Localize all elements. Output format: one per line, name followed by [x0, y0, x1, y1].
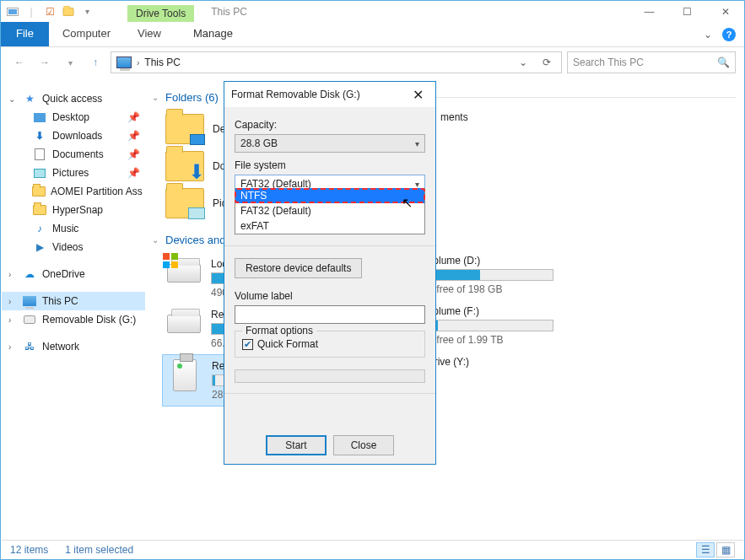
address-path[interactable]: This PC: [144, 57, 509, 68]
nav-recent-dropdown[interactable]: ▾: [60, 52, 80, 73]
qat-separator: |: [24, 5, 38, 19]
chevron-right-icon[interactable]: ›: [8, 342, 17, 352]
capacity-value: 28.8 GB: [240, 137, 278, 149]
search-placeholder: Search This PC: [573, 57, 644, 68]
address-bar[interactable]: › This PC ⌄ ⟳: [111, 51, 562, 73]
nav-downloads[interactable]: ⬇Downloads📌: [2, 127, 145, 145]
search-input[interactable]: Search This PC 🔍: [567, 51, 736, 73]
format-dialog: Format Removable Disk (G:) ✕ Capacity: 2…: [224, 81, 436, 465]
nav-this-pc[interactable]: ›This PC: [2, 292, 145, 310]
start-button[interactable]: Start: [266, 435, 327, 455]
nav-back-button[interactable]: ←: [9, 52, 30, 73]
chevron-down-icon[interactable]: ⌄: [152, 235, 160, 245]
drive-y[interactable]: Drive (Y:): [424, 351, 592, 373]
chevron-down-icon[interactable]: ⌄: [8, 94, 17, 104]
restore-defaults-button[interactable]: Restore device defaults: [235, 258, 362, 278]
status-bar: 12 items 1 item selected ☰ ▦: [2, 540, 743, 559]
tab-manage[interactable]: Manage: [180, 22, 246, 46]
nav-label: Pictures: [52, 167, 89, 179]
window-title: This PC: [211, 6, 247, 18]
fs-option-fat32[interactable]: FAT32 (Default): [235, 203, 424, 218]
nav-label: AOMEI Partition Ass: [51, 186, 143, 197]
music-icon: ♪: [32, 222, 47, 235]
format-options-group: Format options ✔ Quick Format: [235, 331, 425, 358]
os-drive-icon: [167, 264, 201, 283]
help-icon[interactable]: ?: [722, 28, 736, 41]
videos-icon: ▶: [32, 240, 47, 254]
quick-format-checkbox[interactable]: ✔ Quick Format: [242, 338, 418, 350]
ribbon-expand-icon[interactable]: ⌄: [704, 29, 712, 40]
drive-name: Volume (F:): [427, 305, 589, 317]
nav-documents[interactable]: Documents📌: [2, 145, 145, 164]
section-title: Folders (6): [165, 91, 219, 104]
chevron-right-icon[interactable]: ›: [137, 58, 139, 67]
status-item-count: 12 items: [10, 544, 48, 556]
nav-label: Quick access: [42, 93, 102, 105]
nav-removable[interactable]: ›Removable Disk (G:): [2, 310, 145, 329]
nav-up-button[interactable]: ↑: [85, 52, 105, 73]
view-large-button[interactable]: ▦: [716, 542, 735, 557]
drive-volume-d[interactable]: Volume (D:)B free of 198 GB: [424, 250, 592, 300]
filesystem-dropdown: NTFS FAT32 (Default) exFAT: [235, 188, 425, 234]
fs-option-ntfs[interactable]: NTFS: [235, 188, 424, 203]
chevron-right-icon[interactable]: ›: [8, 297, 17, 306]
format-progress: [235, 369, 425, 383]
drive-volume-f[interactable]: Volume (F:)B free of 1.99 TB: [424, 300, 592, 351]
navigation-pane: ⌄ ★ Quick access Desktop📌 ⬇Downloads📌 Do…: [2, 81, 145, 539]
folder-partial[interactable]: ments: [440, 111, 468, 123]
pictures-icon: [188, 207, 205, 219]
nav-music[interactable]: ♪Music: [2, 219, 145, 238]
dialog-close-button[interactable]: ✕: [408, 85, 429, 105]
capacity-select[interactable]: 28.8 GB ▾: [235, 134, 425, 153]
pictures-icon: [34, 169, 46, 178]
minimize-button[interactable]: —: [630, 1, 668, 22]
tab-computer[interactable]: Computer: [49, 22, 124, 46]
checkbox-icon: ✔: [242, 339, 253, 350]
nav-desktop[interactable]: Desktop📌: [2, 108, 145, 127]
documents-icon: [35, 148, 45, 160]
chevron-down-icon: ▾: [415, 180, 419, 189]
maximize-button[interactable]: ☐: [668, 1, 706, 22]
qat-dropdown-icon[interactable]: ▾: [80, 5, 94, 19]
fs-option-exfat[interactable]: exFAT: [235, 218, 424, 234]
volume-label-input[interactable]: [235, 305, 425, 324]
chevron-right-icon[interactable]: ›: [8, 270, 17, 279]
drive-free: B free of 1.99 TB: [427, 334, 589, 346]
chevron-down-icon: ▾: [415, 139, 419, 148]
nav-onedrive[interactable]: ›☁OneDrive: [2, 265, 145, 283]
hdd-icon: [167, 315, 201, 333]
refresh-button[interactable]: ⟳: [537, 57, 556, 68]
qat-new-icon[interactable]: [62, 5, 75, 19]
network-icon: 🖧: [22, 340, 37, 353]
downloads-icon: ⬇: [32, 129, 47, 143]
nav-forward-button[interactable]: →: [35, 52, 55, 73]
nav-pictures[interactable]: Pictures📌: [2, 164, 145, 182]
pc-icon: [116, 57, 132, 68]
format-options-label: Format options: [242, 325, 316, 337]
chevron-right-icon[interactable]: ›: [8, 315, 17, 325]
address-dropdown-icon[interactable]: ⌄: [514, 57, 532, 68]
context-tab-drive-tools: Drive Tools: [127, 5, 194, 22]
tab-view[interactable]: View: [124, 22, 175, 46]
desktop-icon: [190, 134, 205, 145]
nav-videos[interactable]: ▶Videos: [2, 238, 145, 256]
file-tab[interactable]: File: [1, 22, 49, 46]
nav-hypersnap[interactable]: HyperSnap: [2, 201, 145, 219]
chevron-down-icon[interactable]: ⌄: [152, 93, 160, 102]
nav-aomei[interactable]: AOMEI Partition Ass: [2, 182, 145, 201]
pin-icon: 📌: [127, 111, 140, 123]
app-icon: [6, 5, 19, 19]
close-button[interactable]: ✕: [706, 1, 744, 22]
nav-network[interactable]: ›🖧Network: [2, 337, 145, 356]
nav-quick-access[interactable]: ⌄ ★ Quick access: [2, 89, 145, 108]
nav-label: Network: [42, 341, 79, 353]
pin-icon: 📌: [127, 130, 140, 142]
nav-label: Removable Disk (G:): [42, 314, 136, 326]
search-icon: 🔍: [717, 57, 730, 68]
close-button[interactable]: Close: [333, 435, 394, 455]
quickaccess-icon: ★: [22, 92, 37, 105]
view-details-button[interactable]: ☰: [696, 542, 715, 557]
disk-icon: [24, 315, 35, 324]
nav-label: Music: [52, 223, 78, 234]
qat-properties-icon[interactable]: ☑: [43, 5, 57, 19]
